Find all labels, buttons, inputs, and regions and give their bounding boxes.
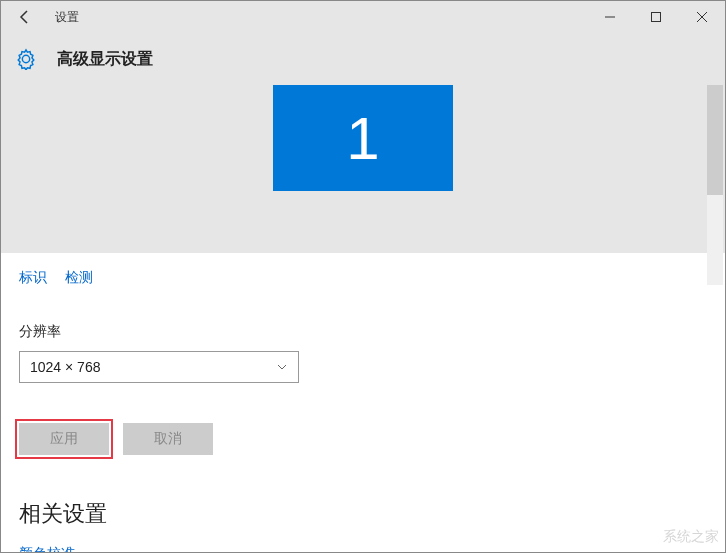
minimize-icon	[605, 12, 615, 22]
button-row: 应用 取消	[19, 423, 707, 455]
close-icon	[697, 12, 707, 22]
monitor-preview: 1	[1, 85, 725, 253]
arrow-left-icon	[17, 9, 33, 25]
chevron-down-icon	[276, 361, 288, 373]
titlebar: 设置	[1, 1, 725, 33]
monitor-number: 1	[346, 104, 379, 173]
display-action-links: 标识 检测	[19, 269, 707, 287]
content-area: 1 标识 检测 分辨率 1024 × 768 应用 取消 相关设置 颜色校准	[1, 85, 725, 552]
page-header: 高级显示设置	[1, 33, 725, 85]
apply-button[interactable]: 应用	[19, 423, 109, 455]
close-button[interactable]	[679, 1, 725, 33]
resolution-value: 1024 × 768	[30, 359, 100, 375]
back-button[interactable]	[1, 1, 49, 33]
identify-link[interactable]: 标识	[19, 269, 47, 287]
maximize-icon	[651, 12, 661, 22]
detect-link[interactable]: 检测	[65, 269, 93, 287]
color-calibration-link[interactable]: 颜色校准	[19, 545, 707, 552]
window-title: 设置	[55, 9, 79, 26]
maximize-button[interactable]	[633, 1, 679, 33]
vertical-scrollbar[interactable]	[707, 85, 723, 285]
settings-icon	[15, 48, 37, 70]
window-controls	[587, 1, 725, 33]
related-settings-heading: 相关设置	[19, 499, 707, 529]
monitor-1[interactable]: 1	[273, 85, 453, 191]
resolution-label: 分辨率	[19, 323, 707, 341]
minimize-button[interactable]	[587, 1, 633, 33]
svg-rect-1	[652, 13, 661, 22]
page-title: 高级显示设置	[57, 49, 153, 70]
resolution-dropdown[interactable]: 1024 × 768	[19, 351, 299, 383]
cancel-button[interactable]: 取消	[123, 423, 213, 455]
scroll-thumb[interactable]	[707, 85, 723, 195]
